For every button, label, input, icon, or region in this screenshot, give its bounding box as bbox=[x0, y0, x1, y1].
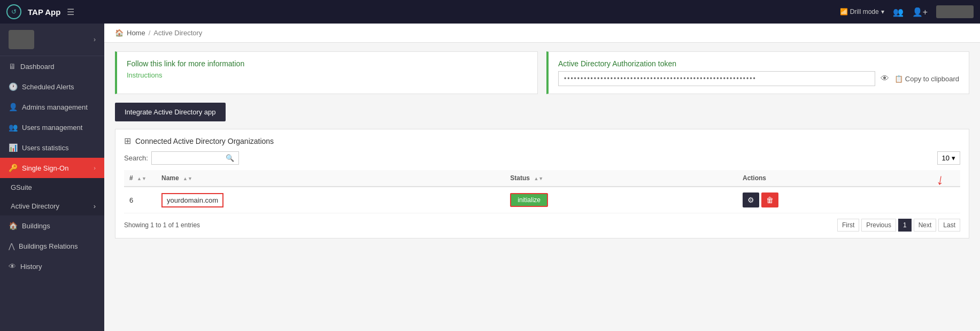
navbar-right: 📶 Drill mode ▾ 👥 👤+ bbox=[840, 5, 974, 18]
chevron-right-icon: › bbox=[94, 165, 96, 171]
users-icon[interactable]: 👥 bbox=[893, 7, 904, 17]
admin-icon: 👤 bbox=[9, 103, 18, 111]
next-page-button[interactable]: Next bbox=[914, 219, 937, 232]
previous-page-button[interactable]: Previous bbox=[861, 219, 896, 232]
token-field: ••••••••••••••••••••••••••••••••••••••••… bbox=[558, 71, 875, 86]
users-mgmt-icon: 👥 bbox=[9, 123, 18, 132]
table-row: 6 yourdomain.com initialize ↓ bbox=[124, 187, 960, 213]
app-name: TAP App bbox=[28, 7, 60, 17]
sidebar-item-buildings[interactable]: 🏠 Buildings bbox=[0, 215, 104, 236]
page-content: Follow this link for more information In… bbox=[104, 43, 980, 331]
signal-icon: 📶 bbox=[840, 8, 848, 16]
chevron-right-icon: › bbox=[94, 36, 96, 43]
col-actions: Actions bbox=[737, 170, 960, 187]
delete-button[interactable]: 🗑 bbox=[761, 193, 778, 207]
table-section: ⊞ Connected Active Directory Organizatio… bbox=[115, 129, 969, 238]
cell-status: initialize bbox=[505, 187, 737, 213]
user-add-icon[interactable]: 👤+ bbox=[912, 7, 928, 17]
integrate-active-directory-button[interactable]: Integrate Active Directory app bbox=[115, 103, 226, 121]
breadcrumb-home-link[interactable]: Home bbox=[127, 29, 145, 37]
chevron-down-icon: ▾ bbox=[881, 8, 884, 16]
entries-count: Showing 1 to 1 of 1 entries bbox=[124, 221, 200, 229]
history-icon: 👁 bbox=[9, 262, 16, 271]
sort-icon: ▲▼ bbox=[137, 176, 146, 181]
cell-actions: ↓ ⚙ 🗑 bbox=[737, 187, 960, 213]
chevron-down-icon: ▾ bbox=[952, 154, 955, 162]
monitor-icon: 🖥 bbox=[9, 62, 16, 71]
first-page-button[interactable]: First bbox=[837, 219, 859, 232]
domain-name: yourdomain.com bbox=[161, 193, 223, 207]
sidebar-item-buildings-relations[interactable]: ⋀ Buildings Relations bbox=[0, 236, 104, 256]
clock-icon: 🕐 bbox=[9, 82, 18, 91]
action-buttons: ⚙ 🗑 bbox=[743, 193, 955, 207]
breadcrumb-current: Active Directory bbox=[153, 29, 202, 37]
info-panel-instructions: Follow this link for more information In… bbox=[115, 51, 538, 94]
organizations-table: # ▲▼ Name ▲▼ Status ▲▼ bbox=[124, 170, 960, 213]
user-avatar[interactable] bbox=[936, 5, 974, 18]
search-input-wrap: 🔍 bbox=[151, 151, 239, 165]
eye-icon[interactable]: 👁 bbox=[881, 74, 889, 83]
initialize-button[interactable]: initialize bbox=[511, 194, 547, 206]
cell-number: 6 bbox=[124, 187, 156, 213]
sidebar-item-gsuite[interactable]: GSuite bbox=[0, 178, 104, 197]
sort-icon: ▲▼ bbox=[534, 176, 543, 181]
breadcrumb: 🏠 Home / Active Directory bbox=[104, 24, 980, 43]
clipboard-icon: 📋 bbox=[894, 75, 903, 83]
sidebar-item-scheduled-alerts[interactable]: 🕐 Scheduled Alerts bbox=[0, 76, 104, 97]
sidebar-user-section[interactable]: › bbox=[0, 24, 104, 56]
sort-icon: ▲▼ bbox=[183, 176, 192, 181]
col-number[interactable]: # ▲▼ bbox=[124, 170, 156, 187]
search-row: Search: 🔍 10 ▾ bbox=[124, 151, 960, 165]
search-input[interactable] bbox=[156, 154, 226, 162]
top-navbar: ↺ TAP App ☰ 📶 Drill mode ▾ 👥 👤+ bbox=[0, 0, 980, 24]
instructions-link[interactable]: Instructions bbox=[127, 71, 162, 79]
sidebar-item-history[interactable]: 👁 History bbox=[0, 256, 104, 276]
search-label: Search: bbox=[124, 154, 148, 162]
col-status[interactable]: Status ▲▼ bbox=[505, 170, 737, 187]
stats-icon: 📊 bbox=[9, 143, 18, 152]
navbar-left: ↺ TAP App ☰ bbox=[6, 4, 74, 19]
grid-icon: ⊞ bbox=[124, 136, 131, 146]
last-page-button[interactable]: Last bbox=[938, 219, 960, 232]
breadcrumb-separator: / bbox=[149, 29, 151, 37]
main-layout: › 🖥 Dashboard 🕐 Scheduled Alerts 👤 Admin… bbox=[0, 24, 980, 331]
relation-icon: ⋀ bbox=[9, 242, 14, 250]
search-icon: 🔍 bbox=[226, 154, 234, 162]
per-page-value: 10 bbox=[942, 154, 950, 162]
current-page-button[interactable]: 1 bbox=[898, 219, 912, 232]
copy-to-clipboard-button[interactable]: 📋 Copy to clipboard bbox=[894, 75, 959, 83]
sidebar: › 🖥 Dashboard 🕐 Scheduled Alerts 👤 Admin… bbox=[0, 24, 104, 331]
table-body: 6 yourdomain.com initialize ↓ bbox=[124, 187, 960, 213]
search-left: Search: 🔍 bbox=[124, 151, 239, 165]
hamburger-icon[interactable]: ☰ bbox=[67, 7, 74, 17]
table-head: # ▲▼ Name ▲▼ Status ▲▼ bbox=[124, 170, 960, 187]
sidebar-item-users-statistics[interactable]: 📊 Users statistics bbox=[0, 137, 104, 158]
chevron-right-icon: › bbox=[94, 202, 96, 210]
token-panel-title: Active Directory Authorization token bbox=[558, 59, 959, 68]
content-area: 🏠 Home / Active Directory Follow this li… bbox=[104, 24, 980, 331]
cell-name: yourdomain.com bbox=[156, 187, 505, 213]
pagination: First Previous 1 Next Last bbox=[837, 219, 960, 232]
drill-mode-button[interactable]: 📶 Drill mode ▾ bbox=[840, 8, 884, 16]
sidebar-item-active-directory[interactable]: Active Directory › bbox=[0, 197, 104, 215]
table-footer: Showing 1 to 1 of 1 entries First Previo… bbox=[124, 219, 960, 232]
info-panels: Follow this link for more information In… bbox=[115, 51, 969, 94]
breadcrumb-home-icon: 🏠 bbox=[115, 29, 124, 37]
sidebar-item-users-management[interactable]: 👥 Users management bbox=[0, 117, 104, 137]
table-title-row: ⊞ Connected Active Directory Organizatio… bbox=[124, 136, 960, 146]
key-icon: 🔑 bbox=[9, 164, 18, 172]
app-logo: ↺ bbox=[6, 4, 21, 19]
info-panel-token: Active Directory Authorization token •••… bbox=[546, 51, 969, 94]
per-page-select[interactable]: 10 ▾ bbox=[937, 151, 960, 165]
table-title: Connected Active Directory Organizations bbox=[135, 137, 274, 145]
sidebar-avatar bbox=[9, 30, 34, 49]
settings-button[interactable]: ⚙ bbox=[743, 193, 759, 207]
token-row: ••••••••••••••••••••••••••••••••••••••••… bbox=[558, 71, 959, 86]
sidebar-item-single-sign-on[interactable]: 🔑 Single Sign-On › bbox=[0, 158, 104, 178]
status-badge-wrap: initialize bbox=[510, 193, 548, 207]
building-icon: 🏠 bbox=[9, 221, 18, 230]
sidebar-item-dashboard[interactable]: 🖥 Dashboard bbox=[0, 56, 104, 76]
sidebar-item-admins-management[interactable]: 👤 Admins management bbox=[0, 97, 104, 117]
col-name[interactable]: Name ▲▼ bbox=[156, 170, 505, 187]
info-panel-title: Follow this link for more information bbox=[127, 59, 528, 68]
